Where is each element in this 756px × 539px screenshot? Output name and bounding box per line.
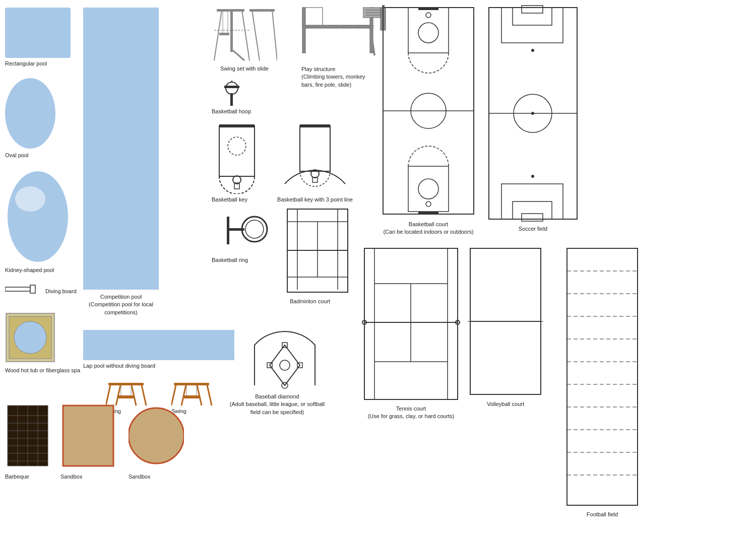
svg-point-1	[15, 186, 45, 212]
svg-rect-66	[302, 8, 305, 53]
svg-line-18	[207, 383, 212, 406]
svg-point-98	[418, 23, 438, 43]
volleyball-court-label: Volleyball court	[468, 401, 543, 407]
svg-point-35	[129, 408, 184, 463]
svg-rect-20	[184, 395, 199, 398]
lap-pool-label: Lap pool without diving board	[83, 363, 155, 369]
svg-rect-101	[418, 212, 438, 214]
svg-rect-42	[230, 12, 233, 52]
svg-marker-87	[270, 345, 300, 385]
lap-pool	[83, 330, 234, 360]
swing-set-with-slide-icon	[212, 5, 277, 66]
basketball-key3pt-label: Basketball key with 3 point line	[275, 196, 355, 203]
svg-rect-112	[522, 214, 543, 221]
baseball-diamond-icon	[229, 300, 330, 391]
svg-point-113	[531, 112, 534, 115]
hot-tub-icon	[5, 312, 55, 364]
comp-pool-sublabel-text: (Competition pool for local competitions…	[89, 301, 153, 315]
svg-point-114	[531, 49, 534, 52]
svg-rect-12	[118, 395, 134, 398]
svg-line-17	[197, 383, 202, 406]
svg-rect-57	[300, 126, 330, 171]
svg-rect-110	[513, 201, 552, 219]
main-page: Rectangular pool Oval pool Kidney-shaped…	[0, 0, 756, 539]
svg-line-39	[272, 10, 277, 60]
competition-pool-label: Competition pool (Competition pool for l…	[83, 293, 159, 316]
diving-board-icon	[5, 283, 43, 297]
svg-rect-48	[230, 93, 233, 106]
svg-line-38	[252, 10, 260, 60]
rectangular-pool	[5, 8, 71, 58]
svg-line-10	[141, 383, 146, 406]
basketball-key-icon	[209, 123, 265, 195]
kidney-pool-label: Kidney-shaped pool	[5, 267, 54, 273]
volleyball-court-icon	[468, 246, 543, 398]
tennis-court-label: Tennis court (Use for grass, clay, or ha…	[362, 405, 460, 421]
svg-rect-52	[219, 126, 255, 176]
svg-point-88	[280, 360, 290, 370]
basketball-court-label: Basketball court (Can be located indoors…	[381, 221, 476, 236]
svg-rect-56	[219, 124, 255, 127]
oval-pool	[5, 78, 55, 149]
svg-rect-130	[567, 248, 638, 505]
svg-rect-109	[522, 6, 543, 13]
swing-set-with-slide-label: Swing set with slide	[212, 65, 277, 72]
sandbox1-icon	[60, 403, 116, 469]
comp-pool-label-text: Competition pool	[100, 294, 142, 300]
basketball-key-label: Basketball key	[212, 196, 247, 203]
svg-point-102	[418, 179, 438, 199]
basketball-court-icon	[381, 5, 476, 218]
svg-line-46	[233, 50, 244, 60]
svg-rect-40	[217, 9, 244, 12]
rectangular-pool-label: Rectangular pool	[5, 60, 47, 66]
competition-pool	[83, 8, 159, 290]
svg-rect-100	[408, 166, 449, 212]
svg-line-16	[181, 383, 186, 406]
basketball-ring-label: Basketball ring	[212, 257, 248, 263]
svg-rect-61	[227, 217, 229, 244]
svg-rect-58	[300, 124, 330, 127]
barbeque-icon	[5, 403, 55, 469]
badminton-court-icon	[285, 207, 350, 296]
soccer-field-label: Soccer field	[486, 226, 580, 232]
svg-line-7	[106, 383, 111, 406]
svg-point-99	[426, 13, 431, 18]
svg-line-9	[131, 383, 136, 406]
football-field-icon	[564, 246, 640, 509]
svg-rect-11	[108, 383, 144, 385]
svg-point-64	[245, 220, 264, 238]
diving-board-label: Diving board	[45, 288, 77, 294]
soccer-field-icon	[486, 5, 580, 223]
svg-rect-107	[513, 8, 552, 25]
oval-pool-label: Oval pool	[5, 152, 28, 158]
svg-line-37	[242, 10, 249, 60]
sandbox2-icon	[129, 403, 184, 469]
sandbox1-label: Sandbox	[60, 474, 82, 480]
kidney-pool	[5, 169, 71, 265]
svg-point-115	[531, 175, 534, 178]
tennis-court-icon	[362, 246, 460, 403]
sandbox2-label: Sandbox	[129, 474, 150, 480]
svg-line-15	[171, 383, 176, 406]
baseball-diamond-label: Baseball diamond (Adult baseball, little…	[227, 393, 328, 416]
svg-rect-96	[408, 8, 449, 53]
basketball-ring-icon	[212, 214, 272, 255]
svg-rect-2	[5, 287, 30, 291]
svg-rect-41	[249, 9, 275, 12]
svg-rect-3	[30, 285, 35, 293]
barbeque-label: Barbeque	[5, 474, 29, 480]
football-field-label: Football field	[564, 511, 640, 517]
basketball-hoop-label: Basketball hoop	[212, 108, 251, 114]
svg-point-0	[8, 171, 68, 262]
svg-line-8	[116, 383, 121, 406]
svg-point-103	[426, 201, 431, 207]
svg-rect-97	[418, 8, 438, 10]
play-structure-label: Play structure (Climbing towers, monkey …	[301, 65, 377, 89]
svg-rect-34	[63, 406, 113, 466]
hot-tub-label: Wood hot tub or fiberglass spa	[5, 367, 80, 374]
basketball-hoop-icon	[217, 81, 247, 107]
svg-point-6	[14, 321, 46, 354]
basketball-key3pt-icon	[275, 123, 355, 195]
svg-rect-43	[219, 33, 229, 35]
svg-rect-19	[174, 383, 209, 385]
